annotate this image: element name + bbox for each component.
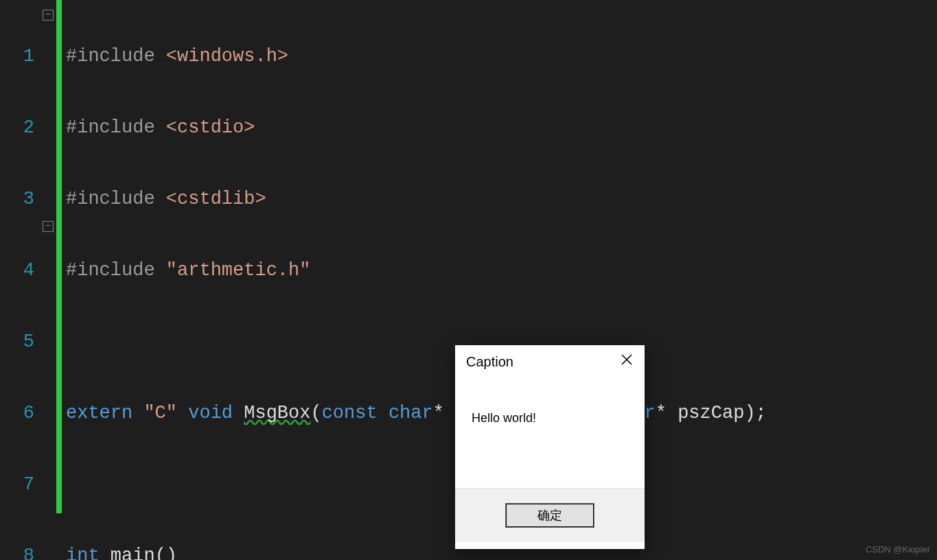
code-line: #include <cstdlib> — [62, 184, 937, 214]
watermark-text: CSDN @Kiopler — [866, 544, 930, 555]
line-number-gutter: 1 2 3 4 5 6 7 8 9 10 11 12 13 14 15 16 1… — [0, 0, 41, 560]
fold-toggle-icon[interactable]: − — [43, 221, 54, 232]
ok-button[interactable]: 确定 — [505, 503, 594, 528]
dialog-title-text: Caption — [466, 354, 513, 370]
line-number: 7 — [0, 469, 41, 500]
line-number: 8 — [0, 541, 41, 560]
line-number: 1 — [0, 41, 41, 71]
fold-toggle-icon[interactable]: − — [43, 10, 54, 21]
line-number: 3 — [0, 184, 41, 214]
fold-column: − − — [41, 0, 56, 560]
dialog-body: Hello world! — [455, 378, 645, 488]
code-line: #include <cstdio> — [62, 113, 937, 143]
line-number: 2 — [0, 113, 41, 143]
code-line: #include <windows.h> — [62, 41, 937, 71]
message-box-dialog: Caption Hello world! 确定 — [455, 345, 645, 549]
line-number: 4 — [0, 255, 41, 285]
dialog-footer: 确定 — [455, 488, 645, 542]
dialog-message-text: Hello world! — [472, 411, 536, 425]
line-number: 5 — [0, 327, 41, 357]
code-line: #include "arthmetic.h" — [62, 255, 937, 285]
close-icon[interactable] — [616, 351, 638, 373]
line-number: 6 — [0, 398, 41, 428]
dialog-titlebar[interactable]: Caption — [455, 345, 645, 378]
